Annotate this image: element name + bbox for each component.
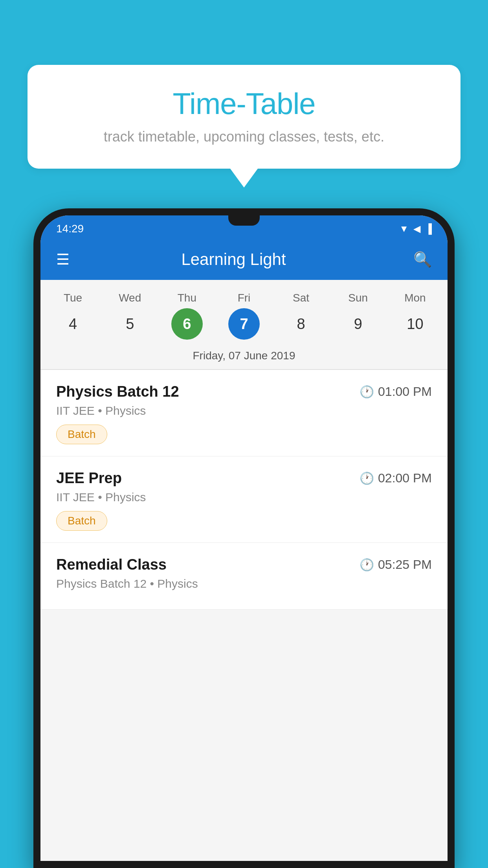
app-bar: ☰ Learning Light 🔍 [40,239,448,280]
day-header-fri: Fri [228,292,260,304]
day-10[interactable]: 10 [399,308,431,340]
day-header-thu: Thu [171,292,203,304]
phone-frame: 14:29 ▼ ◀ ▐ ☰ Learning Light 🔍 Tue Wed T… [33,208,455,868]
wifi-icon: ▼ [399,223,409,234]
tooltip-title: Time-Table [51,86,437,121]
day-header-sat: Sat [285,292,317,304]
day-headers: Tue Wed Thu Fri Sat Sun Mon [40,288,448,306]
clock-icon-3: 🕐 [360,558,374,572]
schedule-list: Physics Batch 12 🕐 01:00 PM IIT JEE • Ph… [40,370,448,610]
schedule-item-header-3: Remedial Class 🕐 05:25 PM [56,556,432,573]
day-header-wed: Wed [114,292,146,304]
schedule-subtitle-1: IIT JEE • Physics [56,404,432,417]
schedule-time-3: 🕐 05:25 PM [360,557,432,572]
app-bar-title: Learning Light [54,250,413,269]
day-6-today[interactable]: 6 [171,308,203,340]
day-numbers: 4 5 6 7 8 9 10 [40,306,448,346]
schedule-subtitle-2: IIT JEE • Physics [56,491,432,504]
day-5[interactable]: 5 [114,308,146,340]
clock-icon-2: 🕐 [360,471,374,485]
day-header-tue: Tue [57,292,89,304]
batch-badge-1: Batch [56,425,107,444]
phone-notch [228,215,260,226]
search-icon[interactable]: 🔍 [413,251,432,268]
schedule-subtitle-3: Physics Batch 12 • Physics [56,577,432,590]
schedule-time-2: 🕐 02:00 PM [360,471,432,485]
tooltip-subtitle: track timetable, upcoming classes, tests… [51,129,437,145]
day-9[interactable]: 9 [342,308,374,340]
battery-icon: ▐ [425,223,432,234]
day-8[interactable]: 8 [285,308,317,340]
schedule-item-remedial[interactable]: Remedial Class 🕐 05:25 PM Physics Batch … [40,543,448,610]
selected-date-label: Friday, 07 June 2019 [40,346,448,369]
day-header-sun: Sun [342,292,374,304]
signal-icon: ◀ [413,223,420,234]
day-header-mon: Mon [399,292,431,304]
schedule-title-3: Remedial Class [56,556,167,573]
schedule-item-jee-prep[interactable]: JEE Prep 🕐 02:00 PM IIT JEE • Physics Ba… [40,456,448,543]
tooltip-card: Time-Table track timetable, upcoming cla… [28,65,460,169]
status-icons: ▼ ◀ ▐ [399,223,432,234]
schedule-item-header-1: Physics Batch 12 🕐 01:00 PM [56,383,432,400]
status-time: 14:29 [56,223,84,235]
day-7-selected[interactable]: 7 [228,308,260,340]
schedule-title-1: Physics Batch 12 [56,383,179,400]
schedule-title-2: JEE Prep [56,470,122,487]
calendar-section: Tue Wed Thu Fri Sat Sun Mon 4 5 6 7 8 9 … [40,280,448,369]
batch-badge-2: Batch [56,511,107,531]
phone-screen: 14:29 ▼ ◀ ▐ ☰ Learning Light 🔍 Tue Wed T… [40,215,448,861]
schedule-item-header-2: JEE Prep 🕐 02:00 PM [56,470,432,487]
schedule-time-1: 🕐 01:00 PM [360,384,432,399]
clock-icon-1: 🕐 [360,385,374,399]
schedule-item-physics-batch[interactable]: Physics Batch 12 🕐 01:00 PM IIT JEE • Ph… [40,370,448,456]
day-4[interactable]: 4 [57,308,89,340]
